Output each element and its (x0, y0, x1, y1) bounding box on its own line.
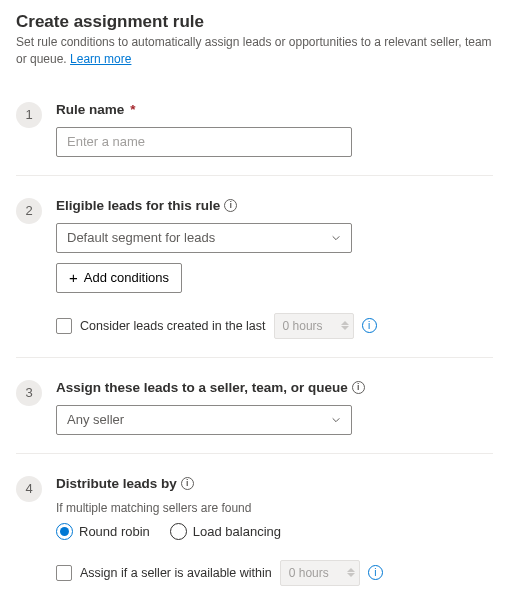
consider-hours-value: 0 hours (283, 319, 323, 333)
distribution-helper-text: If multiple matching sellers are found (56, 501, 493, 515)
info-icon[interactable]: i (368, 565, 383, 580)
heading-rule-name: Rule name * (56, 102, 493, 117)
step-badge-1: 1 (16, 102, 42, 128)
consider-leads-label: Consider leads created in the last (80, 319, 266, 333)
available-within-checkbox[interactable] (56, 565, 72, 581)
rule-name-input[interactable] (56, 127, 352, 157)
add-conditions-button[interactable]: + Add conditions (56, 263, 182, 293)
page-subtitle: Set rule conditions to automatically ass… (16, 34, 493, 68)
available-hours-input[interactable]: 0 hours (280, 560, 360, 586)
heading-eligible-text: Eligible leads for this rule (56, 198, 220, 213)
chevron-down-icon (331, 415, 341, 425)
available-within-label: Assign if a seller is available within (80, 566, 272, 580)
heading-rule-name-text: Rule name (56, 102, 124, 117)
assignee-select[interactable]: Any seller (56, 405, 352, 435)
available-hours-value: 0 hours (289, 566, 329, 580)
segment-select-value: Default segment for leads (67, 230, 215, 245)
consider-hours-input[interactable]: 0 hours (274, 313, 354, 339)
section-assign-leads: 3 Assign these leads to a seller, team, … (16, 357, 493, 453)
radio-load-balancing[interactable]: Load balancing (170, 523, 281, 540)
section-rule-name: 1 Rule name * (16, 92, 493, 175)
info-icon[interactable]: i (362, 318, 377, 333)
heading-assign-leads: Assign these leads to a seller, team, or… (56, 380, 493, 395)
assignee-select-value: Any seller (67, 412, 124, 427)
section-eligible-leads: 2 Eligible leads for this rule i Default… (16, 175, 493, 357)
plus-icon: + (69, 270, 78, 285)
consider-leads-checkbox[interactable] (56, 318, 72, 334)
spinner-icon[interactable] (347, 568, 355, 577)
heading-distribute-leads: Distribute leads by i (56, 476, 493, 491)
step-badge-4: 4 (16, 476, 42, 502)
info-icon[interactable]: i (224, 199, 237, 212)
heading-distribute-text: Distribute leads by (56, 476, 177, 491)
radio-round-robin-label: Round robin (79, 524, 150, 539)
radio-icon-unchecked (170, 523, 187, 540)
info-icon[interactable]: i (352, 381, 365, 394)
learn-more-link[interactable]: Learn more (70, 52, 131, 66)
heading-eligible-leads: Eligible leads for this rule i (56, 198, 493, 213)
radio-load-balancing-label: Load balancing (193, 524, 281, 539)
radio-icon-checked (56, 523, 73, 540)
distribution-radio-group: Round robin Load balancing (56, 523, 493, 540)
radio-round-robin[interactable]: Round robin (56, 523, 150, 540)
info-icon[interactable]: i (181, 477, 194, 490)
step-badge-2: 2 (16, 198, 42, 224)
section-distribute-leads: 4 Distribute leads by i If multiple matc… (16, 453, 493, 600)
spinner-icon[interactable] (341, 321, 349, 330)
chevron-down-icon (331, 233, 341, 243)
required-asterisk: * (130, 102, 135, 117)
add-conditions-label: Add conditions (84, 270, 169, 285)
page-title: Create assignment rule (16, 12, 493, 32)
step-badge-3: 3 (16, 380, 42, 406)
segment-select[interactable]: Default segment for leads (56, 223, 352, 253)
heading-assign-text: Assign these leads to a seller, team, or… (56, 380, 348, 395)
